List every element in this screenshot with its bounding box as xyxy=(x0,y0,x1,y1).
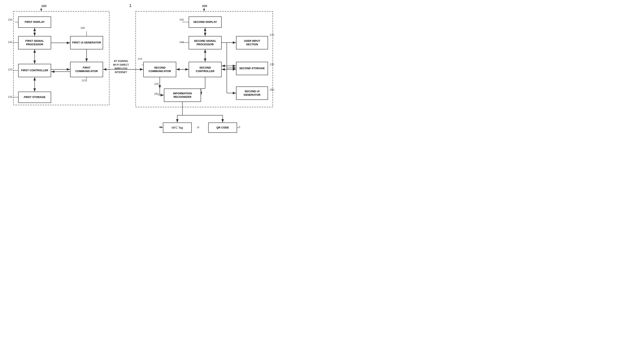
ref-220: 220 xyxy=(154,82,159,86)
ref-4: 4 xyxy=(159,126,160,129)
device1-label: 100 xyxy=(41,4,46,8)
diagram-title: 1 xyxy=(129,4,131,8)
ref-140: 140 xyxy=(8,40,12,44)
ref-130: 130 xyxy=(8,95,12,98)
second-signal-processor-block: SECOND SIGNAL PROCESSOR xyxy=(189,36,222,50)
second-communicator-block: SECOND COMMUNICATOR xyxy=(143,62,176,77)
patent-diagram: 100 200 1 FIRST DISPLAY FIRST SIGNAL PRO… xyxy=(0,0,322,182)
ref-5: 5 xyxy=(239,126,240,129)
second-display-block: SECOND DISPLAY xyxy=(189,16,222,28)
first-ui-generator-block: FIRST UI GENERATOR xyxy=(70,36,103,50)
first-storage-block: FIRST STORAGE xyxy=(18,92,51,103)
connection-label: BT PAIRINGWI-FI DIRECTWIRELESSINTERNET xyxy=(113,59,129,74)
first-signal-processor-block: FIRST SIGNAL PROCESSOR xyxy=(18,36,51,50)
nfc-tag-block: NFC Tag xyxy=(163,122,192,133)
information-recognizer-block: INFORMATION RECOGNIZER xyxy=(164,88,201,102)
ref-150: 150 xyxy=(8,18,12,21)
user-input-section-block: USER INPUT SECTION xyxy=(236,36,268,50)
first-communicator-block: FIRST COMMUNICATOR xyxy=(70,62,103,77)
ref-120: 120 xyxy=(8,68,12,71)
first-controller-block: FIRST CONTROLLER xyxy=(18,64,51,77)
device2-label: 200 xyxy=(202,4,207,8)
first-display-block: FIRST DISPLAY xyxy=(18,16,51,28)
ref-280: 280 xyxy=(270,88,274,91)
second-storage-block: SECOND STORAGE xyxy=(236,62,268,75)
qr-code-block: QR CODE xyxy=(208,122,237,133)
ref-180: 180 xyxy=(80,26,85,30)
ref-210: 210 xyxy=(138,57,142,60)
ref-230: 230 xyxy=(270,63,274,66)
second-ui-generator-block: SECOND UI GENERATOR xyxy=(236,86,268,100)
ref-260: 260 xyxy=(154,92,159,95)
ref-270: 270 xyxy=(270,33,274,36)
second-controller-block: SECOND CONTROLLER xyxy=(189,62,222,77)
or-label: or xyxy=(197,126,199,129)
ref-250: 250 xyxy=(179,18,184,21)
ref-240: 240 xyxy=(179,40,184,44)
ref-110: 110 xyxy=(81,79,86,82)
